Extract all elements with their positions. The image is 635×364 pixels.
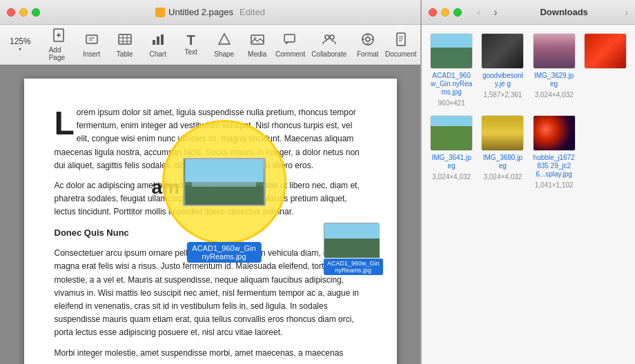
list-item[interactable]: ACAD1_960w_Gin nyReams.jpg 960×421 [430,33,473,107]
item-size: 3,024×4,032 [483,173,522,181]
item-thumbnail [584,33,627,69]
window-controls [7,8,40,17]
comment-label: Comment [275,50,305,58]
finder-window-controls [429,8,462,17]
insert-label: Insert [83,50,100,58]
zoom-arrow-icon: ▾ [19,46,21,52]
add-page-button[interactable]: Add Page [43,25,74,64]
item-size: 960×421 [438,99,465,107]
add-page-icon [51,28,66,45]
item-name: IMG_3629.jpeg [533,72,576,88]
close-button[interactable] [7,8,15,17]
svg-point-16 [254,37,256,39]
media-button[interactable]: Media [242,29,273,61]
shape-icon [217,32,232,49]
finder-window: ‹ › Downloads › ACAD1_960w_Gin nyReams.j… [421,0,635,364]
media-icon [250,32,265,49]
document-area: L orem ipsum dolor sit amet, ligula susp… [0,65,420,364]
paragraph-4: Morbi integer molestie, amet suspendisse… [55,347,367,360]
window-title: Untitled 2.pages Edited [155,7,265,17]
shape-label: Shape [214,50,234,58]
maximize-button[interactable] [32,8,40,17]
shape-button[interactable]: Shape [209,29,240,61]
format-button[interactable]: Format [353,29,383,61]
list-item[interactable]: IMG_3641.jpeg 3,024×4,032 [430,115,473,189]
finder-expand-button[interactable]: › [625,7,628,18]
finder-close-button[interactable] [429,8,437,17]
document-subtitle: Edited [240,7,265,17]
svg-rect-17 [284,34,295,42]
svg-rect-34 [185,185,263,205]
list-item[interactable]: IMG_3629.jpeg 3,024×4,032 [533,33,576,107]
toolbar: 125% ▾ Add Page [0,25,420,65]
filename-badge: ACAD1_960w_GinnyReams.jpg [186,242,261,263]
list-item[interactable]: hubble_j1672835 29_jc26...splay.jpg 1,04… [533,115,576,189]
thumbnail-image [482,34,523,68]
title-bar: Untitled 2.pages Edited [0,0,420,25]
item-thumbnail [481,33,524,69]
svg-point-19 [325,35,329,39]
insert-icon [84,32,99,49]
svg-rect-37 [324,239,380,258]
add-page-label: Add Page [49,46,68,61]
svg-rect-12 [157,37,159,45]
insert-button[interactable]: Insert [77,29,107,61]
collaborate-label: Collaborate [311,50,346,58]
drag-thumb-small: ACAD1_960w_GinnyReams.jpg [324,223,383,275]
svg-point-22 [366,37,370,41]
finder-minimize-button[interactable] [441,8,449,17]
svg-rect-11 [153,40,155,45]
document-title: Untitled 2.pages [168,7,233,17]
svg-marker-14 [219,34,230,44]
svg-rect-13 [161,34,164,45]
svg-rect-32 [185,159,263,182]
svg-rect-3 [86,35,97,43]
finder-back-button[interactable]: ‹ [471,5,487,20]
zoom-control[interactable]: 125% ▾ [6,34,35,55]
thumbnail-image [585,34,626,68]
table-icon [117,32,133,49]
comment-button[interactable]: Comment [275,29,306,61]
finder-forward-button[interactable]: › [488,5,503,20]
finder-nav: ‹ › [471,5,503,20]
svg-rect-36 [324,223,380,239]
thumbnail-image [534,34,575,68]
thumbnail-image [482,116,523,150]
format-label: Format [357,50,379,58]
finder-title: Downloads [509,7,619,17]
item-name: goodvibesonly.je g [481,72,524,88]
item-thumbnail [481,115,524,151]
item-name: IMG_3680.jpeg [481,154,524,170]
list-item[interactable]: goodvibesonly.je g 1,587×2,361 [481,33,524,107]
chart-icon [150,32,166,49]
document-button[interactable]: Document [386,29,416,61]
media-label: Media [248,50,266,58]
svg-point-20 [330,35,334,39]
thumbnail-image [431,34,472,68]
chart-label: Chart [149,50,166,58]
list-item[interactable]: IMG_3680.jpeg 3,024×4,032 [481,115,524,189]
item-thumbnail [533,115,576,151]
text-button[interactable]: T Text [176,30,206,59]
collaborate-button[interactable]: Collaborate [314,29,344,61]
item-size: 3,024×4,032 [432,173,471,181]
drag-thumb-badge: ACAD1_960w_GinnyReams.jpg [324,259,383,275]
list-item[interactable] [584,33,627,107]
format-icon [360,32,375,49]
drag-thumb-image [324,223,379,257]
finder-maximize-button[interactable] [453,8,462,17]
item-size: 3,024×4,032 [535,91,574,99]
item-thumbnail [533,33,576,69]
table-button[interactable]: Table [110,29,140,61]
item-size: 1,587×2,361 [483,91,522,99]
chart-button[interactable]: Chart [143,29,173,61]
svg-marker-18 [286,42,289,45]
minimize-button[interactable] [19,8,28,17]
svg-rect-33 [185,182,263,185]
document-label: Document [385,50,417,58]
item-thumbnail [430,33,473,69]
drag-overlay: ACAD1_960w_GinnyReams.jpg [162,120,286,244]
comment-icon [283,32,298,49]
document-page: L orem ipsum dolor sit amet, ligula susp… [24,79,397,364]
item-name: ACAD1_960w_Gin nyReams.jpg [430,72,473,97]
